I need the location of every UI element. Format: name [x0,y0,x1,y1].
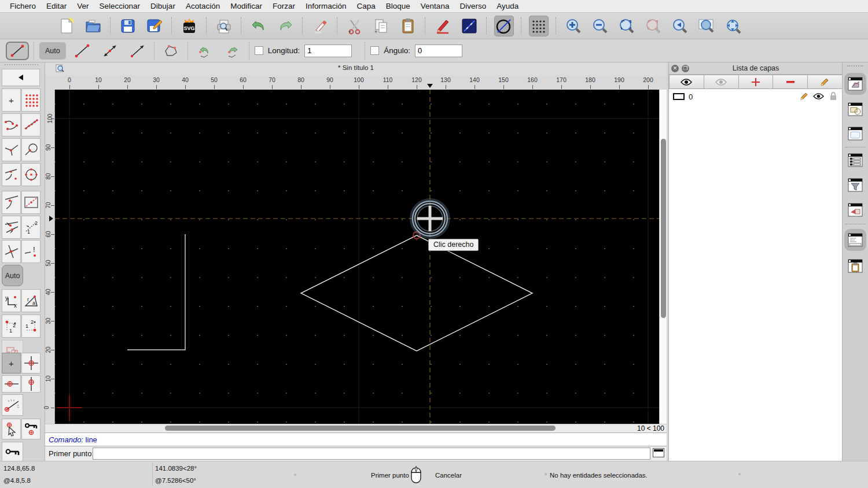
menu-item[interactable]: Ayuda [491,2,524,10]
show-all-layers-button[interactable] [669,75,704,89]
polyline-button[interactable] [160,42,183,60]
menu-item[interactable]: Ver [72,2,94,10]
library-browser-dock-icon[interactable] [847,125,864,142]
vertical-scrollbar[interactable] [659,90,667,424]
zoom-out-button[interactable] [590,16,610,36]
menu-item[interactable]: Capa [352,2,381,10]
draw-line-button[interactable] [459,16,479,36]
menu-item[interactable]: Información [300,2,352,10]
length-checkbox[interactable] [255,46,263,55]
save-as-button[interactable] [145,16,164,36]
menu-item[interactable]: Diverso [454,2,491,10]
copy-button[interactable]: + [372,16,391,36]
relative-zero-marker-button[interactable] [21,353,41,374]
undo-segment-button[interactable] [193,42,216,60]
layer-list-dock-icon[interactable] [847,75,864,93]
toggle-grid-button[interactable] [529,16,549,36]
restrict-rectangle-button[interactable] [21,191,41,214]
menu-item[interactable]: Modificar [225,2,267,10]
snap-intersection-button[interactable] [2,240,21,263]
document-titlebar[interactable]: * Sin título 1 [45,62,667,76]
restrict-nothing-button[interactable]: ! [21,240,41,263]
block-list-dock-icon[interactable] [847,101,864,118]
layer-edit-icon[interactable] [800,92,809,103]
horizontal-scrollbar[interactable]: 10 < 100 [45,424,667,432]
pen-settings-button[interactable] [433,16,453,36]
edit-layer-button[interactable] [808,75,843,89]
snap-point-on-line-button[interactable] [2,191,21,214]
zoom-in-button[interactable] [564,16,583,36]
restrict-vertical-button[interactable] [21,375,41,393]
lock-relative-zero-button[interactable] [21,419,41,439]
cut-button[interactable]: + [345,16,365,36]
snap-grid-button[interactable] [21,88,41,112]
horizontal-scrollbar-thumb[interactable] [165,426,556,431]
snap-on-entity-button[interactable] [21,113,41,136]
menu-item[interactable]: Seleccionar [94,2,146,10]
snap-intersection-manual-button[interactable] [2,138,21,161]
line-two-points-button[interactable] [71,42,94,60]
add-layer-button[interactable] [739,75,774,89]
redo-segment-button[interactable] [221,42,244,60]
snap-tangent-button[interactable] [21,138,41,161]
snap-free-button[interactable]: + [2,88,21,112]
hide-all-layers-button[interactable] [704,75,739,89]
command-window-toggle-button[interactable] [653,448,664,457]
print-preview-button[interactable] [214,16,234,36]
lock-layer-button[interactable] [2,442,23,461]
save-button[interactable] [118,16,138,36]
snap-middle-button[interactable] [2,216,21,239]
clipboard-dock-icon[interactable] [847,257,864,275]
line-angle-button[interactable] [126,42,149,60]
zoom-redraw-button[interactable] [643,16,663,36]
coord-cartesian-button[interactable]: yx [2,289,21,312]
line-tool-active-button[interactable] [6,42,29,60]
angle-input[interactable] [415,45,462,57]
layer-row[interactable]: 0 [669,91,843,103]
pick-relative-point-button[interactable] [2,419,21,439]
layer-color-swatch[interactable] [673,93,685,100]
open-file-button[interactable] [83,16,103,36]
entity-list-dock-icon[interactable] [847,151,864,169]
draw-circle-line-button[interactable] [494,16,514,36]
command-line-dock-icon[interactable] [847,231,864,249]
snap-auto-button[interactable]: Auto [2,265,23,286]
pen-palette-dock-icon[interactable] [847,201,864,219]
undo-button[interactable] [249,16,269,36]
restrict-horizontal-button[interactable] [2,375,21,393]
snap-nearest-button[interactable] [2,163,21,186]
angle-checkbox[interactable] [370,46,379,55]
menu-item[interactable]: Bloque [381,2,415,10]
new-document-button[interactable] [57,16,76,36]
menu-item[interactable]: Acotación [181,2,225,10]
command-input[interactable] [93,448,650,460]
drawing-canvas[interactable]: Clic derecho [55,90,659,424]
remove-layer-button[interactable] [773,75,808,89]
line-angle-both-button[interactable] [98,42,122,60]
export-svg-button[interactable]: SVG [179,16,199,36]
angle-gauge-button[interactable] [2,394,23,416]
vertical-scrollbar-thumb[interactable] [661,139,666,318]
menu-item[interactable]: Dibujar [145,2,181,10]
zoom-window-button[interactable] [697,16,716,36]
delete-entities-button[interactable] [310,16,330,36]
paste-button[interactable] [398,16,418,36]
coord-absolute-button[interactable]: 12 [21,315,41,338]
menu-item[interactable]: Editar [41,2,72,10]
collapse-sidebar-button[interactable] [2,69,40,86]
set-relative-zero-button[interactable]: + [2,353,21,374]
snap-endpoints-button[interactable] [2,113,21,136]
zoom-pan-button[interactable] [723,16,743,36]
snap-center-button[interactable] [21,163,41,186]
menu-item[interactable]: Forzar [267,2,300,10]
coord-relative-button[interactable]: 12 [2,315,21,338]
menu-item[interactable]: Fichero [5,2,41,10]
menu-item[interactable]: Ventana [415,2,455,10]
coord-polar-button[interactable]: ra [21,289,41,312]
auto-mode-button[interactable]: Auto [39,42,66,60]
zoom-auto-button[interactable] [617,16,637,36]
zoom-previous-button[interactable] [670,16,690,36]
redo-button[interactable] [275,16,295,36]
layer-lock-icon[interactable] [830,92,837,103]
layer-visibility-icon[interactable] [813,92,824,102]
